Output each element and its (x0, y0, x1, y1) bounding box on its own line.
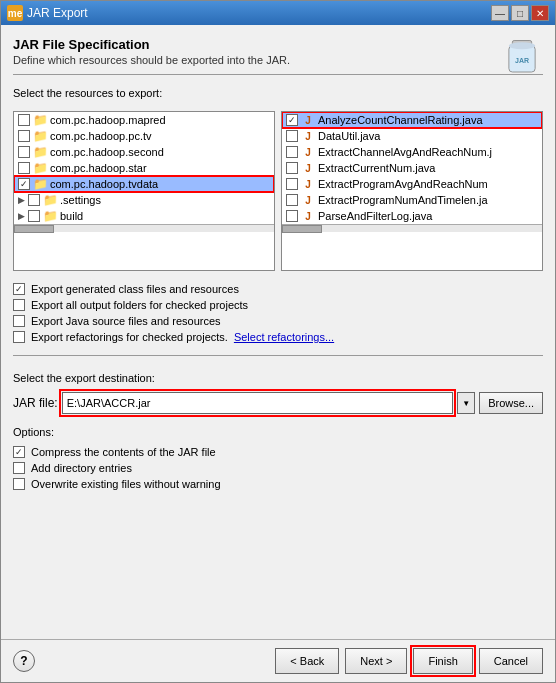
folder-icon: 📁 (33, 129, 47, 143)
checkbox-datautil[interactable] (286, 130, 298, 142)
cancel-button[interactable]: Cancel (479, 648, 543, 674)
select-refactorings-link[interactable]: Select refactorings... (234, 331, 334, 343)
folder-icon: 📁 (43, 209, 57, 223)
export-class-files-row: Export generated class files and resourc… (13, 283, 543, 295)
add-directory-label: Add directory entries (31, 462, 132, 474)
main-content: JAR File Specification Define which reso… (1, 25, 555, 639)
checkbox-export-refactor[interactable] (13, 331, 25, 343)
checkbox-parse[interactable] (286, 210, 298, 222)
folder-icon: 📁 (33, 161, 47, 175)
tree-item-label: com.pc.hadoop.mapred (50, 114, 166, 126)
dropdown-button[interactable]: ▼ (457, 392, 475, 414)
tree-item-hadoop-star[interactable]: 📁 com.pc.hadoop.star (14, 160, 274, 176)
compress-row: Compress the contents of the JAR file (13, 446, 543, 458)
java-icon: J (301, 209, 315, 223)
window-icon: me (7, 5, 23, 21)
checkbox-overwrite[interactable] (13, 478, 25, 490)
checkbox-export-class[interactable] (13, 283, 25, 295)
checkbox-hadoop-second[interactable] (18, 146, 30, 158)
window-title: JAR Export (27, 6, 88, 20)
page-description: Define which resources should be exporte… (13, 54, 493, 66)
checkbox-hadoop-mapred[interactable] (18, 114, 30, 126)
checkbox-settings[interactable] (28, 194, 40, 206)
tree-item-extract-program[interactable]: J ExtractProgramAvgAndReachNum (282, 176, 542, 192)
checkbox-extract-program[interactable] (286, 178, 298, 190)
help-button[interactable]: ? (13, 650, 35, 672)
java-icon: J (301, 161, 315, 175)
checkbox-add-directory[interactable] (13, 462, 25, 474)
checkbox-analyze[interactable] (286, 114, 298, 126)
folder-icon: 📁 (33, 145, 47, 159)
right-tree-scrollbar[interactable] (282, 224, 542, 232)
export-class-label: Export generated class files and resourc… (31, 283, 239, 295)
next-button[interactable]: Next > (345, 648, 407, 674)
overwrite-label: Overwrite existing files without warning (31, 478, 221, 490)
folder-icon: 📁 (43, 193, 57, 207)
tree-item-label: com.pc.hadoop.star (50, 162, 147, 174)
jar-file-label: JAR file: (13, 396, 58, 410)
checkbox-hadoop-tvdata[interactable] (18, 178, 30, 190)
tree-item-hadoop-tvdata[interactable]: 📁 com.pc.hadoop.tvdata (14, 176, 274, 192)
title-bar: me JAR Export — □ ✕ (1, 1, 555, 25)
resources-label: Select the resources to export: (13, 87, 543, 99)
options-label: Options: (13, 426, 543, 438)
checkbox-export-java[interactable] (13, 315, 25, 327)
left-tree-scrollbar[interactable] (14, 224, 274, 232)
checkbox-compress[interactable] (13, 446, 25, 458)
export-refactor-label: Export refactorings for checked projects… (31, 331, 228, 343)
tree-item-extract-current[interactable]: J ExtractCurrentNum.java (282, 160, 542, 176)
tree-item-hadoop-second[interactable]: 📁 com.pc.hadoop.second (14, 144, 274, 160)
jar-file-row: JAR file: ▼ Browse... (13, 392, 543, 414)
checkbox-extract-current[interactable] (286, 162, 298, 174)
minimize-button[interactable]: — (491, 5, 509, 21)
tree-item-extract-channel[interactable]: J ExtractChannelAvgAndReachNum.j (282, 144, 542, 160)
scrollbar-thumb-right[interactable] (282, 225, 322, 233)
java-icon: J (301, 129, 315, 143)
compress-label: Compress the contents of the JAR file (31, 446, 216, 458)
page-title: JAR File Specification (13, 37, 493, 52)
left-tree-panel[interactable]: 📁 com.pc.hadoop.mapred 📁 com.pc.hadoop.p… (13, 111, 275, 271)
export-refactorings-row: Export refactorings for checked projects… (13, 331, 543, 343)
tree-item-hadoop-mapred[interactable]: 📁 com.pc.hadoop.mapred (14, 112, 274, 128)
tree-item-extract-program2[interactable]: J ExtractProgramNumAndTimelen.ja (282, 192, 542, 208)
tree-item-settings[interactable]: ▶ 📁 .settings (14, 192, 274, 208)
maximize-button[interactable]: □ (511, 5, 529, 21)
tree-item-datautil[interactable]: J DataUtil.java (282, 128, 542, 144)
tree-item-analyze[interactable]: J AnalyzeCountChannelRating.java (282, 112, 542, 128)
right-tree-panel[interactable]: J AnalyzeCountChannelRating.java J DataU… (281, 111, 543, 271)
tree-item-hadoop-pctv[interactable]: 📁 com.pc.hadoop.pc.tv (14, 128, 274, 144)
svg-text:JAR: JAR (515, 57, 529, 64)
jar-file-input[interactable] (62, 392, 453, 414)
scrollbar-thumb[interactable] (14, 225, 54, 233)
jar-export-window: me JAR Export — □ ✕ JAR File Specificati… (0, 0, 556, 683)
checkbox-extract-channel[interactable] (286, 146, 298, 158)
back-button[interactable]: < Back (275, 648, 339, 674)
java-icon: J (301, 145, 315, 159)
java-icon: J (301, 193, 315, 207)
title-bar-left: me JAR Export (7, 5, 88, 21)
tree-item-build[interactable]: ▶ 📁 build (14, 208, 274, 224)
tree-item-label: com.pc.hadoop.tvdata (50, 178, 158, 190)
checkbox-build[interactable] (28, 210, 40, 222)
tree-item-label: ExtractChannelAvgAndReachNum.j (318, 146, 492, 158)
jar-icon-area: JAR (501, 37, 543, 82)
browse-button[interactable]: Browse... (479, 392, 543, 414)
svg-point-2 (509, 42, 535, 49)
finish-button[interactable]: Finish (413, 648, 472, 674)
tree-panels-row: 📁 com.pc.hadoop.mapred 📁 com.pc.hadoop.p… (13, 111, 543, 271)
checkbox-extract-program2[interactable] (286, 194, 298, 206)
bottom-bar: ? < Back Next > Finish Cancel (1, 639, 555, 682)
checkbox-hadoop-star[interactable] (18, 162, 30, 174)
folder-icon: 📁 (33, 177, 47, 191)
checkbox-export-all[interactable] (13, 299, 25, 311)
checkbox-hadoop-pctv[interactable] (18, 130, 30, 142)
overwrite-row: Overwrite existing files without warning (13, 478, 543, 490)
jar-icon: JAR (501, 37, 543, 79)
title-bar-buttons: — □ ✕ (491, 5, 549, 21)
tree-item-label: ParseAndFilterLog.java (318, 210, 432, 222)
close-button[interactable]: ✕ (531, 5, 549, 21)
tree-item-parse[interactable]: J ParseAndFilterLog.java (282, 208, 542, 224)
tree-item-label: com.pc.hadoop.pc.tv (50, 130, 152, 142)
tree-item-label: DataUtil.java (318, 130, 380, 142)
export-java-label: Export Java source files and resources (31, 315, 221, 327)
